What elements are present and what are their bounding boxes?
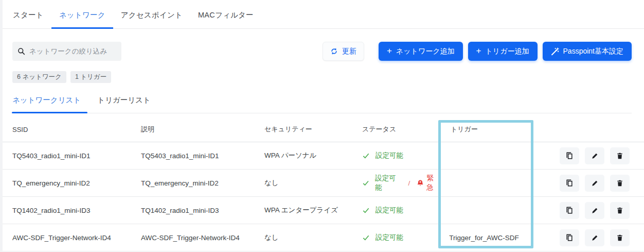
status-label: 設定可能	[375, 206, 403, 215]
table-row: TQ5403_radio1_mini-ID1 TQ5403_radio1_min…	[0, 142, 644, 170]
tab-mac-filter[interactable]: MACフィルター	[190, 1, 261, 28]
trigger-cell: Trigger_for_AWC-SDF	[440, 234, 533, 242]
copy-icon	[565, 179, 574, 187]
security-cell: WPA エンタープライズ	[264, 206, 362, 215]
check-icon	[362, 152, 370, 160]
security-cell: なし	[264, 178, 362, 188]
status-cell: 設定可能 / 緊急	[362, 174, 440, 192]
column-header-security: セキュリティー	[264, 125, 362, 134]
check-icon	[362, 234, 370, 242]
copy-button[interactable]	[560, 175, 579, 192]
status-cell: 設定可能	[362, 206, 440, 215]
description-cell: TQ_emergency_mini-ID2	[141, 179, 264, 187]
description-cell: AWC-SDF_Trigger-Network-ID4	[141, 234, 264, 242]
passpoint-settings-button[interactable]: Passpoint基本設定	[543, 42, 632, 61]
pencil-icon	[591, 207, 599, 214]
add-network-label: ネットワーク追加	[396, 47, 455, 56]
status-cell: 設定可能	[362, 233, 440, 242]
network-filter-searchbox[interactable]	[12, 42, 121, 61]
row-actions	[533, 175, 644, 192]
search-icon	[17, 47, 25, 55]
passpoint-label: Passpoint基本設定	[563, 47, 623, 56]
trash-icon	[616, 179, 623, 187]
edit-button[interactable]	[585, 175, 604, 192]
row-actions	[533, 229, 644, 246]
magic-wand-icon	[551, 47, 559, 56]
search-input[interactable]	[29, 47, 116, 55]
network-management-page: スタート ネットワーク アクセスポイント MACフィルター	[0, 0, 644, 252]
refresh-label: 更新	[342, 47, 356, 56]
toolbar: 更新 + ネットワーク追加 + トリガー追加 Passpoint基本設定	[0, 42, 644, 61]
emergency-status: 緊急	[417, 174, 440, 192]
delete-button[interactable]	[610, 175, 630, 192]
row-actions	[533, 147, 644, 164]
status-label: 設定可能	[375, 174, 401, 192]
table-header: SSID 説明 セキュリティー ステータス トリガー	[0, 122, 644, 142]
status-separator: /	[408, 179, 410, 187]
edit-button[interactable]	[585, 147, 604, 164]
summary-badges: 6 ネットワーク 1 トリガー	[0, 71, 644, 83]
description-cell: TQ1402_radio1_mini-ID3	[141, 207, 264, 214]
edit-button[interactable]	[585, 202, 604, 219]
emergency-bell-icon	[417, 179, 424, 187]
column-header-trigger: トリガー	[440, 125, 533, 134]
security-cell: WPA パーソナル	[264, 151, 362, 160]
security-cell: なし	[264, 233, 362, 242]
delete-button[interactable]	[610, 202, 630, 219]
main-tabbar: スタート ネットワーク アクセスポイント MACフィルター	[0, 0, 644, 29]
delete-button[interactable]	[610, 229, 630, 246]
add-trigger-label: トリガー追加	[486, 47, 529, 56]
copy-button[interactable]	[560, 147, 579, 164]
list-subtabs: ネットワークリスト トリガーリスト	[0, 88, 644, 113]
emergency-label: 緊急	[426, 174, 440, 192]
trigger-count-badge: 1 トリガー	[70, 71, 111, 83]
edit-button[interactable]	[585, 229, 604, 246]
row-actions	[533, 202, 644, 219]
subtab-trigger-list[interactable]: トリガーリスト	[97, 88, 151, 113]
check-icon	[362, 179, 369, 187]
add-network-button[interactable]: + ネットワーク追加	[379, 42, 463, 61]
copy-button[interactable]	[560, 202, 579, 219]
refresh-icon	[330, 47, 338, 55]
pencil-icon	[591, 234, 599, 242]
trash-icon	[616, 234, 623, 242]
tab-access-point[interactable]: アクセスポイント	[113, 1, 190, 28]
tab-network[interactable]: ネットワーク	[51, 1, 113, 28]
table-row: TQ_emergency_mini-ID2 TQ_emergency_mini-…	[0, 170, 644, 197]
pencil-icon	[591, 179, 599, 187]
status-cell: 設定可能	[362, 151, 440, 160]
tab-start[interactable]: スタート	[5, 1, 51, 28]
plus-icon: +	[476, 46, 481, 55]
ssid-cell: TQ_emergency_mini-ID2	[0, 179, 141, 187]
ssid-cell: TQ5403_radio1_mini-ID1	[0, 152, 141, 160]
table-row: AWC-SDF_Trigger-Network-ID4 AWC-SDF_Trig…	[0, 224, 644, 251]
add-trigger-button[interactable]: + トリガー追加	[468, 42, 538, 61]
column-header-description: 説明	[141, 125, 264, 134]
delete-button[interactable]	[610, 147, 630, 164]
plus-icon: +	[387, 46, 392, 55]
description-cell: TQ5403_radio1_mini-ID1	[141, 152, 264, 160]
pencil-icon	[591, 152, 599, 160]
column-header-status: ステータス	[362, 125, 440, 134]
trash-icon	[616, 207, 623, 214]
ssid-cell: TQ1402_radio1_mini-ID3	[0, 207, 141, 214]
subtab-network-list[interactable]: ネットワークリスト	[12, 88, 81, 113]
page-left-edge	[0, 0, 3, 252]
copy-icon	[565, 152, 574, 160]
column-header-ssid: SSID	[0, 126, 141, 133]
copy-button[interactable]	[560, 229, 579, 246]
copy-icon	[565, 206, 574, 214]
table-row: TQ1402_radio1_mini-ID3 TQ1402_radio1_min…	[0, 197, 644, 224]
trash-icon	[616, 152, 623, 160]
copy-icon	[565, 233, 574, 242]
ssid-cell: AWC-SDF_Trigger-Network-ID4	[0, 234, 141, 242]
refresh-button[interactable]: 更新	[323, 42, 364, 61]
status-label: 設定可能	[375, 151, 403, 160]
status-label: 設定可能	[375, 233, 403, 242]
check-icon	[362, 207, 370, 214]
network-count-badge: 6 ネットワーク	[12, 71, 66, 83]
network-table: SSID 説明 セキュリティー ステータス トリガー TQ5403_radio1…	[0, 122, 644, 251]
